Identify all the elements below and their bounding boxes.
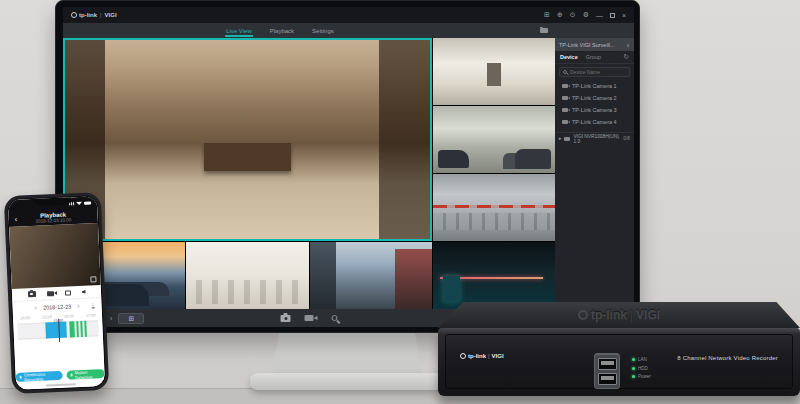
brand-divider: | [630, 308, 633, 322]
vms-window: tp-link | VIGI ⊞ ⊕ ⊙ ⚙ — × Live View P [63, 7, 634, 327]
fullscreen-icon[interactable] [90, 276, 96, 282]
brand-name: tp-link [591, 308, 627, 322]
folder-icon[interactable] [540, 28, 548, 33]
prev-day-button[interactable]: ‹ [35, 304, 38, 311]
digital-zoom-icon[interactable] [332, 315, 338, 321]
record-icon[interactable] [46, 291, 53, 296]
camera-tile-office[interactable] [186, 242, 308, 309]
tplink-logo-icon [578, 310, 588, 320]
clip-icon[interactable] [64, 290, 70, 295]
nvr-front-logo: tp-link | VIGI [460, 353, 504, 359]
tplink-logo-icon [71, 12, 77, 18]
phone-screen: ‹ Playback 2018-12-23 15:00 [8, 196, 105, 390]
camera-tile-entrance[interactable] [433, 242, 555, 309]
nvr-front-panel: tp-link | VIGI 8 Channel Network Video R… [438, 328, 800, 396]
nvr-icon [564, 137, 570, 141]
search-icon [563, 70, 567, 74]
layout-select-button[interactable]: ⊞ [118, 313, 144, 324]
camera-name: TP-Link Camera 1 [572, 83, 617, 89]
device-list-item-camera3[interactable]: TP-Link Camera 3 [555, 104, 634, 116]
device-sidebar: TP-Link VIGI Surveill... ∨ Device Group … [555, 38, 634, 327]
battery-icon [84, 201, 91, 205]
camera-tile-main-museum[interactable] [63, 38, 432, 241]
camera-tile-hall[interactable] [433, 38, 555, 105]
device-list-item-camera1[interactable]: TP-Link Camera 1 [555, 80, 634, 92]
brand-name: tp-link [468, 353, 486, 359]
date-label[interactable]: 2018-12-23 [43, 303, 71, 310]
toolbar-center [281, 315, 338, 322]
tick-label: 17:00 [86, 312, 96, 317]
record-icon[interactable] [305, 315, 314, 321]
led-label: Power [638, 374, 651, 379]
usb-port-icon [598, 358, 617, 370]
nvr-model-text: 8 Channel Network Video Recorder [677, 355, 778, 361]
vms-content: ‹ › ⊞ TP-Link VIGI Surveill... [63, 38, 634, 327]
settings-gear-icon[interactable]: ⚙ [583, 11, 589, 19]
camera-name: TP-Link Camera 4 [572, 119, 617, 125]
vms-titlebar: tp-link | VIGI ⊞ ⊕ ⊙ ⚙ — × [63, 7, 634, 23]
minimize-button[interactable]: — [596, 12, 603, 19]
device-list-item-camera4[interactable]: TP-Link Camera 4 [555, 116, 634, 128]
camera-tile-warehouse[interactable] [433, 106, 555, 173]
server-dropdown[interactable]: TP-Link VIGI Surveill... ∨ [555, 38, 634, 51]
legend-dot-icon [70, 373, 73, 376]
tick-label: 15:00 [42, 314, 52, 319]
scene: tp-link | VIGI ⊞ ⊕ ⊙ ⚙ — × Live View P [0, 0, 800, 404]
device-list-item-nvr[interactable]: ▸ VIGI NVR1008H(UN) 1.0 0/8 [555, 132, 634, 144]
refresh-icon[interactable]: ↻ [623, 53, 629, 61]
phone-title-block: Playback 2018-12-23 15:00 [35, 211, 71, 224]
video-area: ‹ › ⊞ [63, 38, 555, 327]
camera-name: TP-Link Camera 3 [572, 107, 617, 113]
phone-timeline[interactable]: 14:00 15:00 16:00 17:00 15:00 [17, 312, 99, 350]
network-icon[interactable]: ⊕ [557, 11, 563, 19]
led-icon [632, 358, 635, 361]
restore-button[interactable] [610, 13, 615, 18]
wifi-icon [76, 202, 82, 205]
tab-settings[interactable]: Settings [311, 25, 335, 37]
camera-icon [562, 120, 568, 124]
next-page-button[interactable]: › [110, 314, 113, 323]
toolbar-left: ‹ › ⊞ [101, 313, 144, 324]
chevron-down-icon: ∨ [626, 42, 630, 48]
nvr-top-face: tp-link | VIGI [438, 302, 800, 328]
legend-dot-icon [20, 376, 23, 379]
tplink-logo-icon [460, 353, 466, 359]
nvr-led-block: LAN HDD Power [632, 357, 651, 383]
vms-menubar: Live View Playback Settings [63, 23, 634, 38]
next-day-button[interactable]: › [77, 302, 80, 309]
back-icon[interactable]: ‹ [15, 214, 18, 223]
download-icon[interactable]: ↓ [91, 301, 94, 308]
legend-label: Continuous Recording [24, 371, 59, 382]
close-button[interactable]: × [622, 12, 626, 19]
snapshot-icon[interactable] [27, 291, 35, 297]
apps-icon[interactable]: ⊞ [544, 11, 550, 19]
led-row: Power [632, 374, 651, 379]
brand-name: tp-link [79, 12, 97, 18]
legend-label: Motion Detection [74, 369, 100, 380]
camera-icon [562, 108, 568, 112]
continuous-recording-segment[interactable] [45, 322, 67, 339]
tab-group[interactable]: Group [586, 54, 601, 60]
camera-tile-garage[interactable] [433, 174, 555, 241]
snapshot-icon[interactable] [281, 315, 291, 322]
expand-arrow-icon[interactable]: ▸ [559, 136, 561, 141]
phone-legend: Continuous Recording Motion Detection [15, 369, 105, 390]
tab-playback[interactable]: Playback [269, 25, 295, 37]
usb-port-icon [598, 373, 617, 385]
menu-tabs: Live View Playback Settings [225, 23, 335, 38]
nvr-name: VIGI NVR1008H(UN) 1.0 [573, 134, 620, 144]
device-list-item-camera2[interactable]: TP-Link Camera 2 [555, 92, 634, 104]
legend-continuous-recording: Continuous Recording [15, 371, 62, 382]
tab-device[interactable]: Device [560, 54, 578, 60]
status-icon[interactable]: ⊙ [570, 11, 576, 19]
sound-icon[interactable] [81, 290, 85, 294]
phone-video-player[interactable] [9, 223, 101, 289]
camera-name: TP-Link Camera 2 [572, 95, 617, 101]
brand-product: VIGI [492, 353, 504, 359]
search-input[interactable] [570, 69, 626, 75]
tick-label: 16:00 [64, 313, 74, 318]
tab-live-view[interactable]: Live View [225, 25, 253, 37]
playhead-time: 15:00 [53, 318, 63, 323]
motion-recording-segment[interactable] [69, 321, 75, 337]
camera-tile-street[interactable] [310, 242, 432, 309]
